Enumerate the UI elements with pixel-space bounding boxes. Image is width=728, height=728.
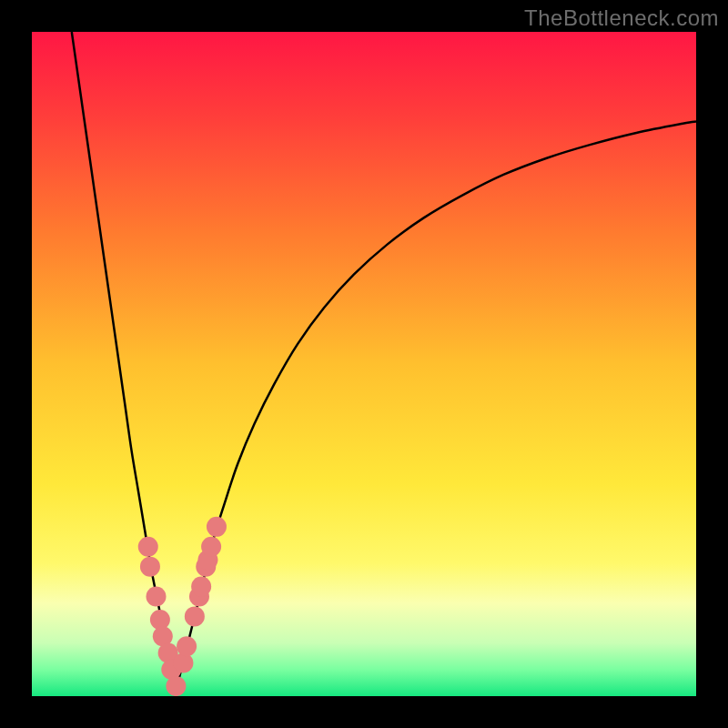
background-gradient bbox=[32, 32, 696, 696]
watermark-text: TheBottleneck.com bbox=[524, 5, 719, 31]
chart-frame: TheBottleneck.com bbox=[0, 0, 728, 728]
highlight-point bbox=[201, 537, 221, 557]
highlight-point bbox=[147, 587, 167, 607]
highlight-point bbox=[185, 606, 205, 626]
highlight-point bbox=[166, 676, 186, 696]
highlight-point bbox=[191, 577, 211, 597]
highlight-point bbox=[173, 653, 193, 673]
highlight-point bbox=[140, 557, 160, 577]
chart-plot-area bbox=[32, 32, 696, 696]
highlight-point bbox=[138, 537, 158, 557]
highlight-point bbox=[177, 636, 197, 656]
chart-svg bbox=[32, 32, 696, 696]
highlight-point bbox=[207, 517, 227, 537]
